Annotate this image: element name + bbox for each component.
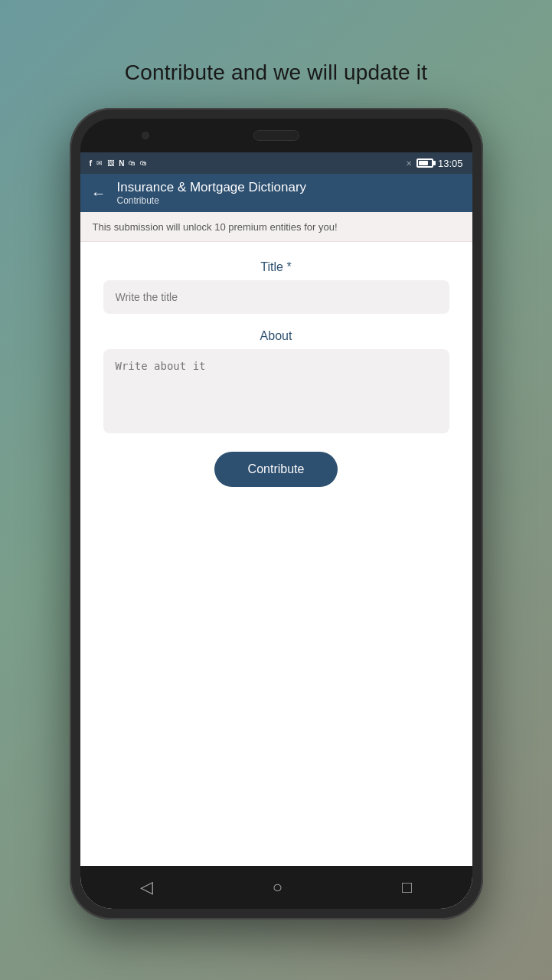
toolbar-subtitle: Contribute	[117, 195, 307, 206]
about-label: About	[103, 329, 449, 343]
facebook-icon: f	[90, 158, 93, 168]
form-area: Title * About Contribute	[80, 242, 472, 866]
battery-fill	[419, 161, 428, 165]
phone-top-hardware	[80, 119, 472, 152]
mail-icon: ✉	[96, 159, 103, 167]
about-field-group: About	[103, 329, 449, 433]
submission-banner: This submission will unlock 10 premium e…	[80, 212, 472, 242]
title-input[interactable]	[103, 280, 449, 314]
speaker-grille	[253, 130, 299, 141]
battery-icon	[416, 158, 433, 168]
contribute-button[interactable]: Contribute	[214, 452, 338, 487]
n-icon: N	[119, 159, 124, 168]
status-time: 13:05	[438, 158, 463, 169]
back-button[interactable]: ←	[91, 185, 106, 202]
phone-inner: f ✉ 🖼 N 🛍 🛍 ✕	[80, 119, 472, 909]
toolbar-text: Insurance & Mortgage Dictionary Contribu…	[117, 180, 307, 206]
title-label: Title *	[103, 260, 449, 274]
phone-screen: f ✉ 🖼 N 🛍 🛍 ✕	[80, 152, 472, 909]
bag2-icon: 🛍	[140, 159, 147, 167]
status-bar: f ✉ 🖼 N 🛍 🛍 ✕	[80, 152, 472, 174]
nav-back-button[interactable]: ◁	[140, 877, 153, 897]
phone-device: f ✉ 🖼 N 🛍 🛍 ✕	[70, 108, 483, 920]
nav-home-button[interactable]: ○	[273, 877, 283, 897]
app-toolbar: ← Insurance & Mortgage Dictionary Contri…	[80, 174, 472, 212]
submission-text: This submission will unlock 10 premium e…	[93, 221, 338, 233]
title-field-group: Title *	[103, 260, 449, 314]
no-signal-icon: ✕	[406, 159, 412, 168]
content-area: This submission will unlock 10 premium e…	[80, 212, 472, 866]
camera-dot	[142, 132, 149, 139]
about-textarea[interactable]	[103, 349, 449, 433]
status-icons-right: ✕ 13:05	[406, 158, 463, 169]
image-icon: 🖼	[107, 159, 114, 167]
status-icons-left: f ✉ 🖼 N 🛍 🛍	[90, 158, 148, 168]
page-background-title: Contribute and we will update it	[125, 60, 428, 85]
nav-bar: ◁ ○ □	[80, 866, 472, 909]
nav-recent-button[interactable]: □	[402, 877, 412, 897]
bag1-icon: 🛍	[129, 159, 136, 167]
toolbar-title: Insurance & Mortgage Dictionary	[117, 180, 307, 195]
